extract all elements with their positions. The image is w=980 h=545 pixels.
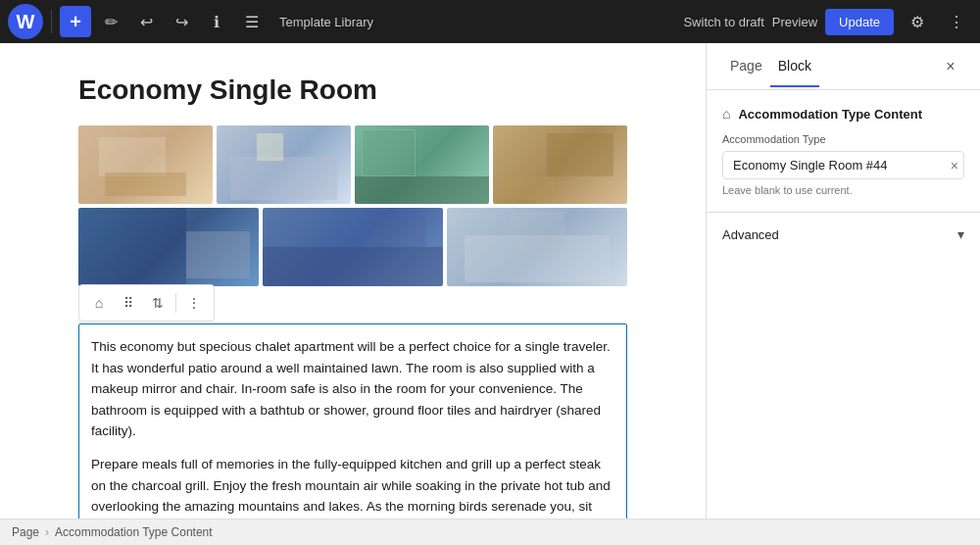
image-7[interactable]	[447, 208, 627, 286]
tab-page[interactable]: Page	[722, 46, 770, 87]
page-title: Economy Single Room	[78, 74, 627, 106]
edit-button[interactable]: ✏	[95, 6, 126, 37]
image-6[interactable]	[263, 208, 443, 286]
settings-button[interactable]: ⚙	[902, 6, 933, 37]
template-title: Template Library	[279, 15, 679, 29]
right-panel: Page Block × ⌂ Accommodation Type Conten…	[706, 43, 980, 519]
panel-section-accommodation: ⌂ Accommodation Type Content Accommodati…	[707, 90, 980, 213]
section-header: ⌂ Accommodation Type Content	[722, 106, 964, 122]
paragraph-1: This economy but specious chalet apartme…	[91, 336, 614, 442]
breadcrumb-section: Accommodation Type Content	[55, 525, 213, 539]
tab-block[interactable]: Block	[770, 46, 819, 87]
block-arrows-button[interactable]: ⇅	[144, 289, 172, 317]
image-3[interactable]	[355, 125, 489, 204]
panel-header: Page Block ×	[707, 43, 980, 90]
list-view-button[interactable]: ☰	[236, 6, 268, 37]
wp-logo[interactable]: W	[8, 4, 43, 39]
topbar: W + ✏ ↩ ↪ ℹ ☰ Template Library Switch to…	[0, 0, 980, 43]
paragraph-2: Prepare meals full of memories in the fu…	[91, 454, 614, 519]
field-input-wrap: ×	[722, 151, 964, 179]
info-button[interactable]: ℹ	[201, 6, 232, 37]
topbar-separator	[51, 10, 52, 33]
section-title: Accommodation Type Content	[738, 107, 922, 122]
image-grid-row2	[78, 208, 627, 286]
field-label: Accommodation Type	[722, 133, 964, 145]
panel-close-button[interactable]: ×	[937, 53, 964, 80]
breadcrumb-separator: ›	[45, 525, 49, 539]
image-4[interactable]	[493, 125, 627, 204]
image-2[interactable]	[217, 125, 351, 204]
advanced-section[interactable]: Advanced ▾	[707, 213, 980, 256]
breadcrumb: Page › Accommodation Type Content	[0, 519, 980, 545]
breadcrumb-page[interactable]: Page	[12, 525, 39, 539]
image-1[interactable]	[78, 125, 213, 204]
accommodation-type-input[interactable]	[722, 151, 964, 179]
main-layout: Economy Single Room	[0, 43, 980, 519]
block-move-button[interactable]: ⠿	[115, 289, 142, 317]
block-home-button[interactable]: ⌂	[85, 289, 113, 317]
editor-area[interactable]: Economy Single Room	[0, 43, 706, 519]
redo-button[interactable]: ↪	[166, 6, 197, 37]
block-toolbar: ⌂ ⠿ ⇅ ⋮	[78, 284, 215, 322]
image-5[interactable]	[78, 208, 259, 286]
clear-input-button[interactable]: ×	[951, 158, 958, 173]
preview-button[interactable]: Preview	[772, 15, 817, 29]
toolbar-separator	[175, 293, 176, 313]
field-hint: Leave blank to use current.	[722, 184, 964, 196]
switch-to-draft-button[interactable]: Switch to draft	[683, 15, 763, 29]
block-more-button[interactable]: ⋮	[180, 289, 208, 317]
image-grid-row1	[78, 125, 627, 204]
add-block-button[interactable]: +	[60, 6, 91, 37]
undo-button[interactable]: ↩	[130, 6, 162, 37]
home-icon: ⌂	[722, 106, 730, 122]
more-options-button[interactable]: ⋮	[941, 6, 972, 37]
update-button[interactable]: Update	[825, 9, 894, 35]
advanced-label: Advanced	[722, 227, 779, 242]
text-block[interactable]: This economy but specious chalet apartme…	[78, 323, 627, 519]
panel-tabs: Page Block	[722, 46, 819, 87]
chevron-down-icon: ▾	[957, 226, 964, 242]
topbar-actions: Switch to draft Preview Update ⚙ ⋮	[683, 6, 972, 37]
